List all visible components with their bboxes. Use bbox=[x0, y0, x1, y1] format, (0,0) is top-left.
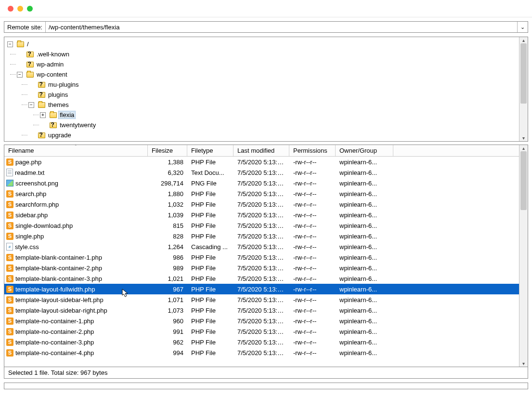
sublime-file-icon: S bbox=[6, 265, 13, 272]
column-lastmodified[interactable]: Last modified bbox=[234, 145, 289, 156]
tree-item-well-known[interactable]: .well-known bbox=[35, 50, 71, 58]
file-owner: wpinlearn-6... bbox=[336, 349, 393, 357]
file-row[interactable]: Stemplate-layout-fullwidth.php967PHP Fil… bbox=[4, 284, 519, 294]
file-size: 828 bbox=[148, 233, 187, 240]
file-name: template-no-container-2.php bbox=[15, 328, 94, 335]
column-filename[interactable]: Filename ˄ bbox=[4, 145, 148, 156]
file-row[interactable]: Stemplate-no-container-1.php960PHP File7… bbox=[4, 316, 519, 326]
file-size: 1,021 bbox=[148, 275, 187, 282]
column-owner[interactable]: Owner/Group bbox=[336, 145, 393, 156]
file-permissions: -rw-r--r-- bbox=[289, 201, 336, 208]
column-permissions[interactable]: Permissions bbox=[289, 145, 336, 156]
file-row[interactable]: screenshot.png298,714PNG File7/5/2020 5:… bbox=[4, 178, 519, 188]
file-name: template-layout-sidebar-right.php bbox=[15, 307, 107, 314]
file-row[interactable]: Stemplate-layout-sidebar-left.php1,071PH… bbox=[4, 294, 519, 305]
file-row[interactable]: Stemplate-no-container-2.php991PHP File7… bbox=[4, 326, 519, 337]
file-size: 967 bbox=[148, 286, 187, 293]
sublime-file-icon: S bbox=[6, 212, 13, 219]
file-name: readme.txt bbox=[15, 169, 44, 176]
sublime-file-icon: S bbox=[6, 339, 13, 346]
directory-tree[interactable]: − / ? .well-known ? wp-admin bbox=[5, 39, 518, 141]
file-type: PHP File bbox=[187, 201, 234, 208]
file-row[interactable]: Stemplate-blank-container-2.php989PHP Fi… bbox=[4, 263, 519, 273]
file-row[interactable]: Spage.php1,388PHP File7/5/2020 5:13:3...… bbox=[4, 157, 519, 167]
scroll-down-icon[interactable]: ▾ bbox=[519, 135, 528, 141]
file-modified: 7/5/2020 5:13:3... bbox=[234, 212, 289, 219]
file-owner: wpinlearn-6... bbox=[336, 286, 393, 293]
file-owner: wpinlearn-6... bbox=[336, 243, 393, 251]
folder-icon bbox=[50, 112, 57, 118]
minimize-dot-icon[interactable] bbox=[17, 6, 23, 12]
remote-site-dropdown[interactable]: ⌄ bbox=[517, 22, 528, 32]
file-row[interactable]: Stemplate-no-container-3.php962PHP File7… bbox=[4, 337, 519, 347]
sublime-file-icon: S bbox=[6, 349, 13, 357]
file-permissions: -rw-r--r-- bbox=[289, 286, 336, 293]
folder-icon bbox=[38, 102, 45, 108]
tree-root[interactable]: / bbox=[26, 40, 30, 48]
file-name: single.php bbox=[15, 233, 44, 240]
file-row[interactable]: Ssingle-download.php815PHP File7/5/2020 … bbox=[4, 220, 519, 231]
scroll-up-icon[interactable]: ▴ bbox=[519, 37, 528, 43]
file-size: 989 bbox=[148, 265, 187, 272]
file-owner: wpinlearn-6... bbox=[336, 328, 393, 335]
tree-item-twentytwenty[interactable]: twentytwenty bbox=[58, 121, 97, 129]
collapse-icon[interactable]: − bbox=[28, 102, 34, 108]
sublime-file-icon: S bbox=[6, 275, 13, 282]
file-row[interactable]: Ssearchform.php1,032PHP File7/5/2020 5:1… bbox=[4, 199, 519, 210]
tree-item-themes[interactable]: themes bbox=[47, 101, 70, 109]
sublime-file-icon: S bbox=[6, 254, 13, 261]
column-filesize[interactable]: Filesize bbox=[148, 145, 187, 156]
collapse-icon[interactable]: − bbox=[7, 41, 13, 47]
file-row[interactable]: Stemplate-layout-sidebar-right.php1,073P… bbox=[4, 305, 519, 316]
close-dot-icon[interactable] bbox=[8, 6, 13, 12]
file-name: searchform.php bbox=[15, 201, 59, 208]
column-filetype[interactable]: Filetype bbox=[187, 145, 234, 156]
file-modified: 7/5/2020 5:13:3... bbox=[234, 159, 289, 166]
file-permissions: -rw-r--r-- bbox=[289, 222, 336, 229]
tree-item-mu-plugins[interactable]: mu-plugins bbox=[47, 80, 80, 89]
tree-scrollbar[interactable]: ▴ ▾ bbox=[519, 37, 528, 141]
file-type: Cascading ... bbox=[187, 243, 234, 251]
file-size: 1,388 bbox=[148, 159, 187, 166]
file-row[interactable]: readme.txt6,320Text Docu...7/5/2020 5:13… bbox=[4, 167, 519, 178]
file-row[interactable]: Ssidebar.php1,039PHP File7/5/2020 5:13:3… bbox=[4, 210, 519, 220]
file-modified: 7/5/2020 5:13:3... bbox=[234, 233, 289, 240]
file-owner: wpinlearn-6... bbox=[336, 317, 393, 325]
sublime-file-icon: S bbox=[6, 222, 13, 229]
file-permissions: -rw-r--r-- bbox=[289, 169, 336, 176]
list-scrollbar[interactable]: ▴ ▾ bbox=[519, 145, 528, 367]
file-modified: 7/5/2020 5:13:4... bbox=[234, 243, 289, 251]
remote-file-list: Filename ˄ Filesize Filetype Last modifi… bbox=[4, 145, 528, 367]
file-type: PHP File bbox=[187, 317, 234, 325]
file-owner: wpinlearn-6... bbox=[336, 159, 393, 166]
sublime-file-icon: S bbox=[6, 190, 13, 198]
file-row[interactable]: Stemplate-blank-container-1.php986PHP Fi… bbox=[4, 252, 519, 263]
file-owner: wpinlearn-6... bbox=[336, 233, 393, 240]
file-row[interactable]: Stemplate-blank-container-3.php1,021PHP … bbox=[4, 273, 519, 284]
sublime-file-icon: S bbox=[6, 328, 13, 335]
file-permissions: -rw-r--r-- bbox=[289, 254, 336, 261]
file-list-body[interactable]: Spage.php1,388PHP File7/5/2020 5:13:3...… bbox=[4, 157, 519, 367]
tree-item-upgrade[interactable]: upgrade bbox=[47, 131, 73, 139]
file-modified: 7/5/2020 5:13:3... bbox=[234, 349, 289, 357]
scroll-up-icon[interactable]: ▴ bbox=[519, 145, 528, 151]
remote-site-path[interactable]: /wp-content/themes/flexia bbox=[46, 22, 517, 32]
file-owner: wpinlearn-6... bbox=[336, 180, 393, 187]
sublime-file-icon: S bbox=[6, 296, 13, 304]
expand-icon[interactable]: + bbox=[40, 112, 46, 118]
file-size: 1,880 bbox=[148, 190, 187, 198]
tree-item-wp-admin[interactable]: wp-admin bbox=[35, 60, 65, 68]
tree-item-plugins[interactable]: plugins bbox=[47, 91, 69, 99]
tree-item-wp-content[interactable]: wp-content bbox=[35, 70, 69, 79]
scroll-down-icon[interactable]: ▾ bbox=[519, 360, 528, 367]
file-name: template-no-container-4.php bbox=[15, 349, 94, 357]
file-row[interactable]: Ssearch.php1,880PHP File7/5/2020 5:13:3.… bbox=[4, 188, 519, 199]
file-row[interactable]: Ssingle.php828PHP File7/5/2020 5:13:3...… bbox=[4, 231, 519, 241]
sublime-file-icon: S bbox=[6, 286, 13, 293]
collapse-icon[interactable]: − bbox=[17, 72, 23, 78]
file-row[interactable]: Stemplate-no-container-4.php994PHP File7… bbox=[4, 347, 519, 358]
tree-item-flexia[interactable]: flexia bbox=[58, 111, 76, 119]
file-row[interactable]: #style.css1,264Cascading ...7/5/2020 5:1… bbox=[4, 241, 519, 252]
file-owner: wpinlearn-6... bbox=[336, 275, 393, 282]
maximize-dot-icon[interactable] bbox=[27, 6, 33, 12]
